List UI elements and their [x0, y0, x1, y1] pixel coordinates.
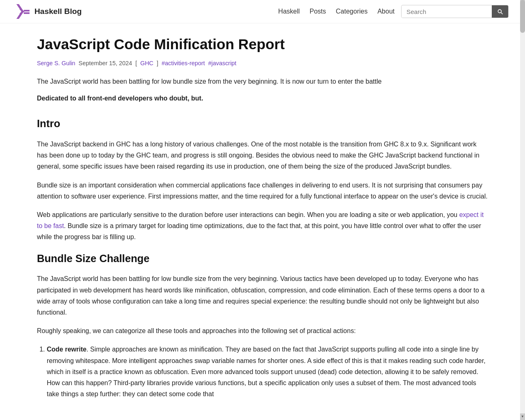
intro-p3: Web applications are particularly sensit… — [37, 209, 488, 243]
dedicated-text: Dedicated to all front-end developers wh… — [37, 93, 488, 104]
logo-icon — [16, 4, 31, 19]
svg-marker-0 — [16, 4, 24, 19]
intro-paragraph: The JavaScript world has been battling f… — [37, 76, 488, 87]
scrollbar-arrow-down[interactable]: ▼ — [520, 413, 525, 420]
svg-rect-3 — [24, 12, 30, 14]
article-date: September 15, 2024 — [79, 59, 132, 68]
site-header: Haskell Blog Haskell Posts Categories Ab… — [0, 0, 525, 23]
intro-p2: Bundle size is an important consideratio… — [37, 180, 488, 202]
nav-about[interactable]: About — [377, 6, 395, 17]
logo-text: Haskell Blog — [34, 5, 82, 18]
bundle-p1: The JavaScript world has been battling f… — [37, 273, 488, 318]
site-logo[interactable]: Haskell Blog — [16, 4, 82, 19]
list-item-code-rewrite: Code rewrite. Simple approaches are know… — [47, 344, 488, 399]
search-icon — [497, 8, 503, 15]
main-content: JavaScript Code Minification Report Serg… — [21, 23, 504, 420]
scrollbar-thumb[interactable] — [520, 0, 525, 33]
section-bundle-heading: Bundle Size Challenge — [37, 250, 488, 267]
page-title: JavaScript Code Minification Report — [37, 36, 488, 53]
section-bundle-challenge: Bundle Size Challenge The JavaScript wor… — [37, 250, 488, 400]
section-intro: Intro The JavaScript backend in GHC has … — [37, 115, 488, 242]
nav-haskell[interactable]: Haskell — [278, 6, 299, 17]
nav-posts[interactable]: Posts — [310, 6, 326, 17]
tag-activities-report[interactable]: #activities-report — [162, 59, 205, 68]
svg-rect-2 — [24, 10, 30, 11]
bundle-list: Code rewrite. Simple approaches are know… — [47, 344, 488, 399]
tag-javascript[interactable]: #javascript — [208, 59, 237, 68]
meta-separator-close: ] — [157, 59, 158, 68]
intro-p1: The JavaScript backend in GHC has a long… — [37, 139, 488, 172]
author-link[interactable]: Serge S. Gulin — [37, 59, 75, 68]
scrollbar-track: ▲ ▼ — [520, 0, 525, 420]
bundle-p2: Roughly speaking, we can categorize all … — [37, 325, 488, 336]
list-item-bold: Code rewrite — [47, 346, 87, 353]
section-intro-heading: Intro — [37, 115, 488, 132]
search-button[interactable] — [492, 5, 508, 18]
meta-separator: [ — [135, 59, 137, 68]
search-input[interactable] — [402, 6, 492, 18]
nav-categories[interactable]: Categories — [336, 6, 368, 17]
article-meta: Serge S. Gulin September 15, 2024 [GHC] … — [37, 59, 488, 68]
search-container — [401, 5, 509, 18]
ghc-link[interactable]: GHC — [140, 59, 153, 68]
expect-fast-link[interactable]: expect it to be fast — [37, 211, 484, 229]
main-nav: Haskell Posts Categories About — [278, 6, 395, 17]
